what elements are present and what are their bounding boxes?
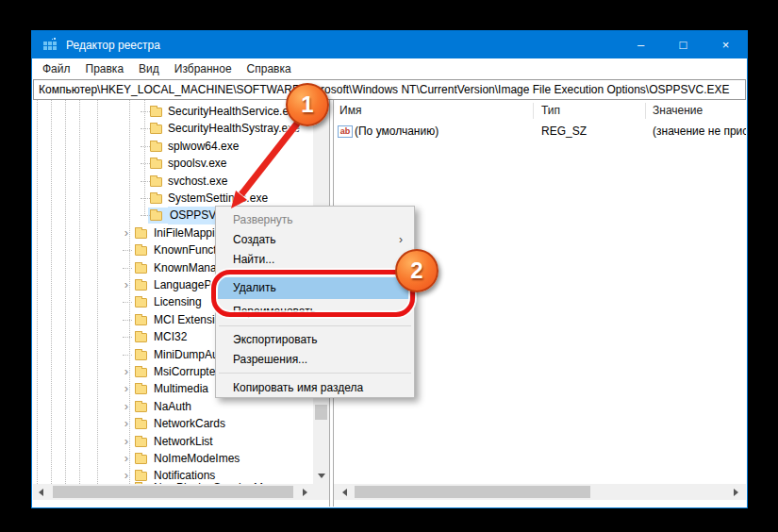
minimize-icon: –: [637, 38, 644, 52]
tree-horizontal-scrollbar[interactable]: [33, 484, 329, 500]
scroll-down-button[interactable]: [313, 468, 329, 484]
menu-bar: Файл Правка Вид Избранное Справка: [33, 58, 746, 79]
menu-favorites[interactable]: Избранное: [167, 58, 240, 79]
triangle-left-icon: [342, 489, 347, 496]
chevron-right-icon[interactable]: ›: [121, 450, 132, 468]
chevron-right-icon[interactable]: ›: [121, 276, 132, 294]
folder-icon: [150, 177, 162, 187]
column-separator[interactable]: [533, 103, 534, 119]
chevron-right-icon[interactable]: ›: [121, 467, 132, 485]
tree-item-label: spoolsv.exe: [168, 155, 226, 173]
tree-item-label: svchost.exe: [168, 173, 227, 191]
folder-icon: [150, 125, 162, 134]
close-icon: ×: [722, 38, 730, 52]
scroll-right-button[interactable]: [297, 484, 313, 500]
folder-icon: [135, 264, 147, 274]
menu-item-copy-key-name[interactable]: Копировать имя раздела: [218, 378, 412, 398]
chevron-right-icon[interactable]: ›: [121, 433, 132, 451]
tree-connector: [123, 320, 132, 321]
registry-editor-app-icon: [42, 38, 58, 53]
tree-item-label: NoImeModeImes: [154, 450, 240, 468]
menu-item-label: Найти...: [233, 253, 274, 266]
highlight-rectangle-annotation: [211, 270, 415, 317]
menu-view[interactable]: Вид: [131, 58, 167, 79]
menu-item-new[interactable]: Создать ›: [218, 230, 412, 250]
submenu-arrow-icon: ›: [399, 230, 403, 250]
value-type: REG_SZ: [541, 123, 587, 141]
folder-icon: [135, 472, 147, 481]
tree-item-label: NaAuth: [154, 398, 191, 416]
tree-guide-line: [65, 100, 66, 484]
menu-separator: [219, 373, 411, 374]
menu-edit[interactable]: Правка: [78, 58, 132, 79]
scroll-left-button[interactable]: [33, 484, 49, 500]
menu-item-permissions[interactable]: Разрешения...: [218, 350, 412, 370]
step-1-number: 1: [301, 91, 313, 118]
titlebar: Редактор реестра – □ ×: [32, 31, 747, 58]
tree-connector: [123, 268, 132, 269]
column-header-name[interactable]: Имя: [339, 100, 361, 122]
menu-help[interactable]: Справка: [240, 58, 299, 79]
list-horizontal-scrollbar[interactable]: [334, 484, 746, 500]
chevron-right-icon[interactable]: ›: [121, 398, 132, 416]
column-header-value[interactable]: Значение: [653, 100, 703, 122]
maximize-button[interactable]: □: [662, 31, 704, 58]
tree-connector: [141, 163, 150, 164]
menu-file[interactable]: Файл: [35, 58, 78, 79]
folder-icon: [150, 211, 162, 221]
close-button[interactable]: ×: [704, 31, 747, 58]
registry-path-bar[interactable]: Компьютер\HKEY_LOCAL_MACHINE\SOFTWARE\Mi…: [33, 79, 746, 100]
menu-item-find[interactable]: Найти...: [218, 250, 412, 270]
maximize-icon: □: [680, 38, 687, 52]
folder-icon: [150, 108, 162, 117]
tree-item-label: MCI32: [154, 328, 187, 346]
scroll-right-button[interactable]: [728, 484, 744, 500]
chevron-right-icon[interactable]: ›: [121, 380, 132, 398]
menu-item-label: Экспортировать: [233, 333, 318, 346]
folder-icon: [135, 246, 147, 256]
tree-guide-line: [79, 100, 80, 484]
folder-icon: [135, 333, 147, 342]
folder-icon: [135, 455, 147, 464]
scrollbar-thumb[interactable]: [53, 486, 293, 498]
folder-icon: [150, 142, 162, 152]
folder-icon: [135, 420, 147, 429]
triangle-right-icon: [303, 489, 307, 496]
folder-icon: [135, 403, 147, 412]
chevron-right-icon[interactable]: ›: [121, 224, 132, 242]
value-data: (значение не присвоено): [653, 123, 746, 141]
menu-item-label: Разрешения...: [233, 353, 307, 366]
scrollbar-thumb[interactable]: [315, 405, 327, 420]
column-separator[interactable]: [645, 103, 646, 119]
chevron-right-icon[interactable]: ›: [121, 415, 132, 433]
triangle-right-icon: [734, 489, 738, 496]
tree-connector: [141, 198, 150, 199]
tree-connector: [141, 146, 150, 147]
column-header-type[interactable]: Тип: [541, 100, 560, 122]
menu-item-export[interactable]: Экспортировать: [218, 330, 412, 350]
menu-item-expand: Развернуть: [218, 210, 412, 230]
menu-separator: [219, 325, 411, 326]
menu-item-label: Создать: [233, 233, 276, 246]
tree-connector: [141, 181, 150, 182]
tree-connector: [123, 302, 132, 303]
tree-item-label: NetworkList: [154, 433, 213, 451]
folder-icon: [135, 385, 147, 394]
tree-item-label: SecurityHealthSystray.exe: [168, 120, 300, 138]
tree-guide-line: [37, 100, 38, 484]
tree-connector: [123, 337, 132, 338]
window-title: Редактор реестра: [66, 39, 160, 52]
minimize-button[interactable]: –: [620, 31, 662, 58]
scrollbar-thumb[interactable]: [355, 486, 590, 498]
tree-item-label: Licensing: [154, 293, 202, 311]
triangle-left-icon: [39, 489, 43, 496]
tree-connector: [123, 355, 132, 356]
value-name: (По умолчанию): [355, 123, 439, 141]
registry-value-row[interactable]: ab (По умолчанию) REG_SZ (значение не пр…: [334, 123, 746, 141]
tree-guide-line: [97, 100, 98, 484]
chevron-right-icon[interactable]: ›: [121, 363, 132, 381]
tree-connector: [141, 128, 150, 129]
step-2-number: 2: [410, 258, 422, 284]
folder-icon: [135, 281, 147, 291]
scroll-left-button[interactable]: [337, 484, 353, 500]
